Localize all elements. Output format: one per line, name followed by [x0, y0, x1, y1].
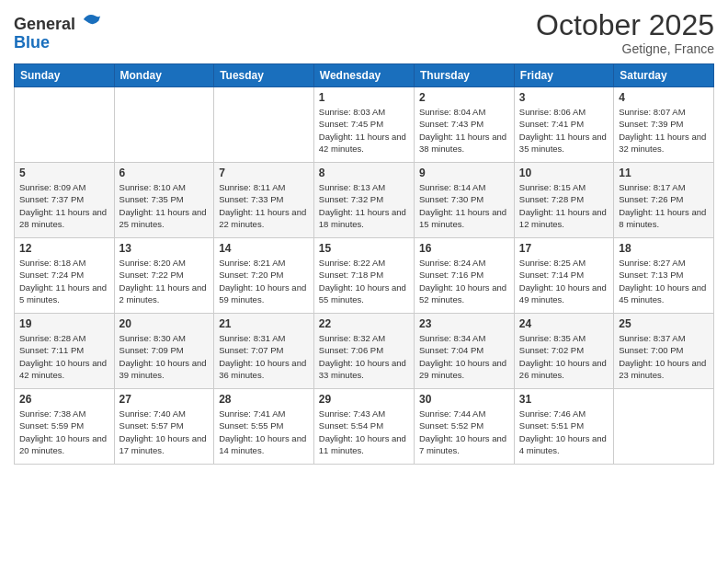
- day-number: 8: [319, 167, 409, 179]
- day-info: Sunrise: 7:46 AM Sunset: 5:51 PM Dayligh…: [519, 408, 609, 456]
- day-number: 27: [119, 393, 210, 406]
- day-cell: 21Sunrise: 8:31 AM Sunset: 7:07 PM Dayli…: [214, 314, 314, 389]
- logo-blue: Blue: [14, 33, 50, 52]
- day-cell: 20Sunrise: 8:30 AM Sunset: 7:09 PM Dayli…: [114, 314, 214, 389]
- day-cell: 17Sunrise: 8:25 AM Sunset: 7:14 PM Dayli…: [514, 238, 613, 314]
- day-number: 22: [319, 317, 409, 330]
- day-number: 6: [119, 167, 210, 179]
- day-info: Sunrise: 8:04 AM Sunset: 7:43 PM Dayligh…: [419, 106, 509, 155]
- day-cell: [15, 87, 115, 163]
- day-cell: 3Sunrise: 8:06 AM Sunset: 7:41 PM Daylig…: [514, 87, 613, 163]
- day-cell: 5Sunrise: 8:09 AM Sunset: 7:37 PM Daylig…: [15, 163, 115, 238]
- day-cell: 7Sunrise: 8:11 AM Sunset: 7:33 PM Daylig…: [214, 163, 314, 238]
- day-info: Sunrise: 8:37 AM Sunset: 7:00 PM Dayligh…: [619, 332, 709, 381]
- day-info: Sunrise: 8:22 AM Sunset: 7:18 PM Dayligh…: [319, 257, 409, 305]
- header-saturday: Saturday: [614, 64, 714, 87]
- day-number: 13: [119, 242, 210, 255]
- day-number: 24: [519, 317, 609, 330]
- day-cell: 11Sunrise: 8:17 AM Sunset: 7:26 PM Dayli…: [614, 163, 714, 238]
- day-cell: 10Sunrise: 8:15 AM Sunset: 7:28 PM Dayli…: [514, 163, 613, 238]
- day-cell: [214, 87, 314, 163]
- day-cell: 6Sunrise: 8:10 AM Sunset: 7:35 PM Daylig…: [114, 163, 214, 238]
- day-number: 1: [319, 91, 409, 104]
- day-info: Sunrise: 8:24 AM Sunset: 7:16 PM Dayligh…: [419, 257, 509, 305]
- day-number: 5: [19, 167, 109, 179]
- week-row-4: 19Sunrise: 8:28 AM Sunset: 7:11 PM Dayli…: [15, 314, 714, 389]
- day-cell: 28Sunrise: 7:41 AM Sunset: 5:55 PM Dayli…: [214, 389, 314, 465]
- day-number: 17: [519, 242, 609, 255]
- day-cell: 27Sunrise: 7:40 AM Sunset: 5:57 PM Dayli…: [114, 389, 214, 465]
- header-friday: Friday: [514, 64, 613, 87]
- day-number: 12: [19, 242, 109, 255]
- logo-general: General: [14, 15, 75, 33]
- day-number: 3: [519, 91, 609, 104]
- day-info: Sunrise: 8:32 AM Sunset: 7:06 PM Dayligh…: [319, 332, 409, 381]
- week-row-1: 1Sunrise: 8:03 AM Sunset: 7:45 PM Daylig…: [15, 87, 714, 163]
- day-number: 28: [219, 393, 309, 406]
- day-info: Sunrise: 8:03 AM Sunset: 7:45 PM Dayligh…: [319, 106, 409, 155]
- day-info: Sunrise: 7:44 AM Sunset: 5:52 PM Dayligh…: [419, 408, 509, 456]
- day-number: 29: [319, 393, 409, 406]
- header-wednesday: Wednesday: [313, 64, 414, 87]
- logo-icon: [82, 9, 102, 29]
- day-info: Sunrise: 7:40 AM Sunset: 5:57 PM Dayligh…: [119, 408, 210, 456]
- day-cell: 23Sunrise: 8:34 AM Sunset: 7:04 PM Dayli…: [415, 314, 515, 389]
- day-number: 7: [219, 167, 309, 179]
- day-number: 20: [119, 317, 210, 330]
- day-cell: 31Sunrise: 7:46 AM Sunset: 5:51 PM Dayli…: [514, 389, 613, 465]
- day-info: Sunrise: 8:30 AM Sunset: 7:09 PM Dayligh…: [119, 332, 210, 381]
- day-info: Sunrise: 8:35 AM Sunset: 7:02 PM Dayligh…: [519, 332, 609, 381]
- calendar-table: Sunday Monday Tuesday Wednesday Thursday…: [14, 63, 714, 465]
- day-number: 9: [419, 167, 509, 179]
- day-info: Sunrise: 8:15 AM Sunset: 7:28 PM Dayligh…: [519, 181, 609, 230]
- day-cell: 1Sunrise: 8:03 AM Sunset: 7:45 PM Daylig…: [313, 87, 414, 163]
- month-title: October 2025: [536, 9, 714, 41]
- day-cell: 12Sunrise: 8:18 AM Sunset: 7:24 PM Dayli…: [15, 238, 115, 314]
- day-info: Sunrise: 7:38 AM Sunset: 5:59 PM Dayligh…: [19, 408, 109, 456]
- day-cell: 18Sunrise: 8:27 AM Sunset: 7:13 PM Dayli…: [614, 238, 714, 314]
- day-cell: 24Sunrise: 8:35 AM Sunset: 7:02 PM Dayli…: [514, 314, 613, 389]
- day-cell: 2Sunrise: 8:04 AM Sunset: 7:43 PM Daylig…: [415, 87, 515, 163]
- title-section: October 2025 Getigne, France: [536, 9, 714, 56]
- day-cell: 8Sunrise: 8:13 AM Sunset: 7:32 PM Daylig…: [313, 163, 414, 238]
- day-cell: [114, 87, 214, 163]
- day-number: 26: [19, 393, 109, 406]
- day-info: Sunrise: 8:14 AM Sunset: 7:30 PM Dayligh…: [419, 181, 509, 230]
- day-info: Sunrise: 8:10 AM Sunset: 7:35 PM Dayligh…: [119, 181, 210, 230]
- header-monday: Monday: [114, 64, 214, 87]
- day-cell: 26Sunrise: 7:38 AM Sunset: 5:59 PM Dayli…: [15, 389, 115, 465]
- day-info: Sunrise: 8:09 AM Sunset: 7:37 PM Dayligh…: [19, 181, 109, 230]
- day-info: Sunrise: 7:41 AM Sunset: 5:55 PM Dayligh…: [219, 408, 309, 456]
- location-subtitle: Getigne, France: [536, 41, 714, 56]
- calendar-body: 1Sunrise: 8:03 AM Sunset: 7:45 PM Daylig…: [15, 87, 714, 465]
- day-info: Sunrise: 8:27 AM Sunset: 7:13 PM Dayligh…: [619, 257, 709, 305]
- day-number: 19: [19, 317, 109, 330]
- day-cell: [614, 389, 714, 465]
- day-cell: 16Sunrise: 8:24 AM Sunset: 7:16 PM Dayli…: [415, 238, 515, 314]
- week-row-5: 26Sunrise: 7:38 AM Sunset: 5:59 PM Dayli…: [15, 389, 714, 465]
- day-info: Sunrise: 8:31 AM Sunset: 7:07 PM Dayligh…: [219, 332, 309, 381]
- day-cell: 14Sunrise: 8:21 AM Sunset: 7:20 PM Dayli…: [214, 238, 314, 314]
- logo-blue-text: Blue: [14, 34, 102, 52]
- header-thursday: Thursday: [415, 64, 515, 87]
- day-number: 14: [219, 242, 309, 255]
- day-cell: 9Sunrise: 8:14 AM Sunset: 7:30 PM Daylig…: [415, 163, 515, 238]
- day-cell: 13Sunrise: 8:20 AM Sunset: 7:22 PM Dayli…: [114, 238, 214, 314]
- weekday-header-row: Sunday Monday Tuesday Wednesday Thursday…: [15, 64, 714, 87]
- logo-text: General: [14, 9, 102, 34]
- day-cell: 29Sunrise: 7:43 AM Sunset: 5:54 PM Dayli…: [313, 389, 414, 465]
- day-info: Sunrise: 8:07 AM Sunset: 7:39 PM Dayligh…: [619, 106, 709, 155]
- day-number: 31: [519, 393, 609, 406]
- calendar-container: General Blue October 2025 Getigne, Franc…: [0, 0, 728, 563]
- day-info: Sunrise: 8:25 AM Sunset: 7:14 PM Dayligh…: [519, 257, 609, 305]
- day-info: Sunrise: 8:17 AM Sunset: 7:26 PM Dayligh…: [619, 181, 709, 230]
- day-number: 10: [519, 167, 609, 179]
- day-cell: 19Sunrise: 8:28 AM Sunset: 7:11 PM Dayli…: [15, 314, 115, 389]
- day-number: 11: [619, 167, 709, 179]
- day-number: 15: [319, 242, 409, 255]
- header-sunday: Sunday: [15, 64, 115, 87]
- day-info: Sunrise: 8:11 AM Sunset: 7:33 PM Dayligh…: [219, 181, 309, 230]
- day-cell: 15Sunrise: 8:22 AM Sunset: 7:18 PM Dayli…: [313, 238, 414, 314]
- day-cell: 30Sunrise: 7:44 AM Sunset: 5:52 PM Dayli…: [415, 389, 515, 465]
- day-number: 30: [419, 393, 509, 406]
